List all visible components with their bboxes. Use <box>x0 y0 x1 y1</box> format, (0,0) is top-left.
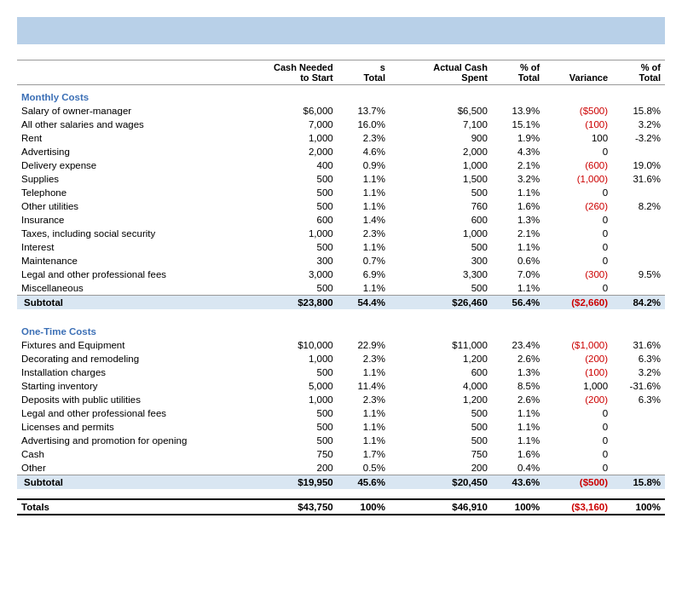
row-cash: 3,000 <box>256 268 338 281</box>
row-variance: 0 <box>544 227 612 240</box>
table-row: Fixtures and Equipment$10,00022.9%$11,00… <box>17 338 665 352</box>
row-pct3: 31.6% <box>612 338 665 352</box>
row-pct1: 2.3% <box>338 393 390 406</box>
row-gap <box>390 393 410 406</box>
row-cash: 2,000 <box>256 145 338 158</box>
row-pct3: 8.2% <box>612 199 665 213</box>
row-variance: (600) <box>544 158 612 172</box>
row-variance: 100 <box>544 131 612 145</box>
table-row: Legal and other professional fees5001.1%… <box>17 406 665 420</box>
row-pct1: 1.1% <box>338 406 390 420</box>
budget-table: Cash Neededto Start sTotal Actual CashSp… <box>17 60 665 515</box>
row-gap <box>390 434 410 447</box>
row-actual: $11,000 <box>410 338 492 352</box>
row-cash: $43,750 <box>256 499 338 515</box>
row-pct1: 1.1% <box>338 186 390 199</box>
row-actual: 600 <box>410 366 492 379</box>
row-cash: 300 <box>256 254 338 268</box>
row-pct1: 45.6% <box>338 475 390 490</box>
row-pct3 <box>612 447 665 461</box>
header-cash-needed: Cash Neededto Start <box>256 60 338 85</box>
monthly-costs-heading: Monthly Costs <box>17 85 665 105</box>
row-pct1: 16.0% <box>338 118 390 131</box>
page-title-section <box>17 17 665 44</box>
table-header: Cash Neededto Start sTotal Actual CashSp… <box>17 60 665 85</box>
row-label: All other salaries and wages <box>17 118 256 131</box>
row-variance: 0 <box>544 145 612 158</box>
row-label: Other <box>17 461 256 475</box>
row-pct1: 2.3% <box>338 227 390 240</box>
row-label: Cash <box>17 447 256 461</box>
row-pct1: 13.7% <box>338 104 390 118</box>
row-pct2: 1.1% <box>492 281 544 296</box>
onetime-costs-heading: One-Time Costs <box>17 320 665 338</box>
header-pct2: % ofTotal <box>492 60 544 85</box>
row-pct3 <box>612 240 665 254</box>
row-gap <box>390 213 410 227</box>
row-pct1: 6.9% <box>338 268 390 281</box>
table-row: Maintenance3000.7%3000.6%0 <box>17 254 665 268</box>
row-pct2: 2.6% <box>492 393 544 406</box>
row-variance: 0 <box>544 186 612 199</box>
row-variance: (300) <box>544 268 612 281</box>
row-pct3: 31.6% <box>612 172 665 186</box>
row-actual: 500 <box>410 186 492 199</box>
row-pct3: 6.3% <box>612 393 665 406</box>
row-actual: 500 <box>410 281 492 296</box>
row-gap <box>390 461 410 475</box>
row-label: Deposits with public utilities <box>17 393 256 406</box>
row-actual: 3,300 <box>410 268 492 281</box>
row-variance: ($3,160) <box>544 499 612 515</box>
row-label: Legal and other professional fees <box>17 268 256 281</box>
row-pct2: 15.1% <box>492 118 544 131</box>
row-pct1: 1.1% <box>338 366 390 379</box>
row-pct3: -31.6% <box>612 379 665 393</box>
row-gap <box>390 104 410 118</box>
row-pct3 <box>612 406 665 420</box>
row-variance: ($1,000) <box>544 338 612 352</box>
row-actual: 2,000 <box>410 145 492 158</box>
row-variance: ($2,660) <box>544 296 612 310</box>
row-label: Telephone <box>17 186 256 199</box>
gap-row <box>17 309 665 320</box>
table-row: Rent1,0002.3%9001.9%100-3.2% <box>17 131 665 145</box>
row-label: Salary of owner-manager <box>17 104 256 118</box>
row-label: Interest <box>17 240 256 254</box>
row-actual: 900 <box>410 131 492 145</box>
row-cash: 1,000 <box>256 393 338 406</box>
row-cash: 500 <box>256 281 338 296</box>
header-pct1: sTotal <box>338 60 390 85</box>
row-pct3 <box>612 227 665 240</box>
row-actual: 1,200 <box>410 352 492 366</box>
row-pct1: 2.3% <box>338 131 390 145</box>
row-pct2: 56.4% <box>492 296 544 310</box>
row-gap <box>390 281 410 296</box>
row-variance: (200) <box>544 393 612 406</box>
row-pct2: 1.1% <box>492 406 544 420</box>
row-actual: 1,500 <box>410 172 492 186</box>
row-pct3: 3.2% <box>612 366 665 379</box>
row-pct2: 1.1% <box>492 240 544 254</box>
row-actual: 1,200 <box>410 393 492 406</box>
table-row: Telephone5001.1%5001.1%0 <box>17 186 665 199</box>
row-variance: 0 <box>544 406 612 420</box>
row-variance: 0 <box>544 434 612 447</box>
row-pct1: 4.6% <box>338 145 390 158</box>
row-pct1: 2.3% <box>338 352 390 366</box>
row-pct2: 100% <box>492 499 544 515</box>
row-actual: 500 <box>410 406 492 420</box>
table-row: Supplies5001.1%1,5003.2%(1,000)31.6% <box>17 172 665 186</box>
table-row: Advertising2,0004.6%2,0004.3%0 <box>17 145 665 158</box>
row-cash: $19,950 <box>256 475 338 490</box>
row-label: Taxes, including social security <box>17 227 256 240</box>
row-pct3 <box>612 420 665 434</box>
row-pct1: 1.1% <box>338 199 390 213</box>
row-pct2: 2.1% <box>492 227 544 240</box>
table-row: All other salaries and wages7,00016.0%7,… <box>17 118 665 131</box>
row-actual: 1,000 <box>410 158 492 172</box>
row-pct3 <box>612 213 665 227</box>
row-gap <box>390 296 410 310</box>
row-pct3 <box>612 434 665 447</box>
row-pct2: 7.0% <box>492 268 544 281</box>
row-cash: 400 <box>256 158 338 172</box>
